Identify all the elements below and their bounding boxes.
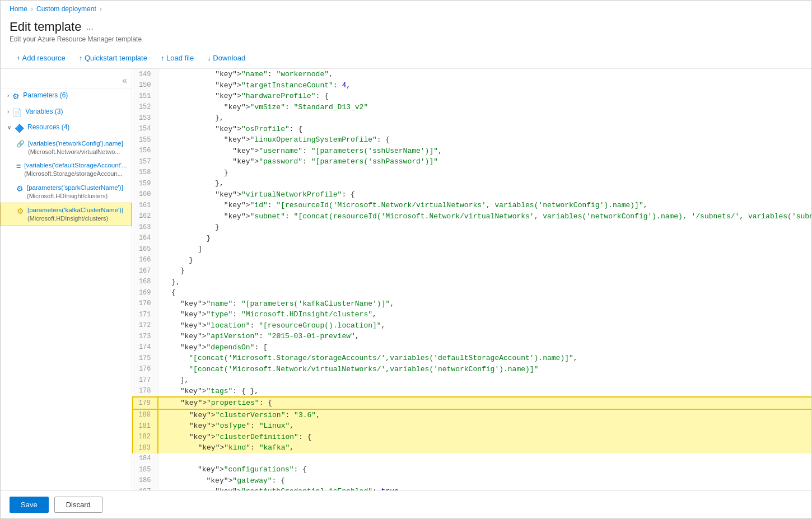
sidebar-item-resources[interactable]: ∨ 🔷 Resources (4) — [1, 120, 132, 137]
line-number: 149 — [133, 69, 158, 80]
line-number: 165 — [133, 244, 158, 255]
breadcrumb-sep2: › — [100, 5, 102, 13]
add-resource-button[interactable]: + Add resource — [10, 51, 72, 65]
res3-icon: ⚙ — [16, 184, 24, 195]
main-content: « › ⚙ Parameters (6) › 📄 Variables (3) ∨… — [1, 69, 811, 490]
table-row: 151 "key">"hardwareProfile": { — [133, 91, 811, 102]
table-row: 170 "key">"name": "[parameters('kafkaClu… — [133, 298, 811, 310]
download-button[interactable]: ↓ Download — [200, 51, 252, 65]
line-number: 169 — [133, 287, 158, 298]
sidebar-item-variables[interactable]: › 📄 Variables (3) — [1, 105, 132, 121]
line-number: 163 — [133, 222, 158, 233]
line-number: 151 — [133, 91, 158, 102]
discard-button[interactable]: Discard — [54, 497, 102, 513]
line-number: 172 — [133, 320, 158, 331]
line-number: 180 — [133, 409, 158, 421]
line-number: 156 — [133, 146, 158, 157]
line-content: "key">"tags": { }, — [158, 386, 811, 398]
line-content: "key">"password": "[parameters('sshPassw… — [158, 156, 811, 167]
res2-icon: = — [16, 161, 21, 172]
table-row: 172 "key">"location": "[resourceGroup().… — [133, 320, 811, 331]
sidebar-item-res4[interactable]: ⚙ [parameters('kafkaClusterName')] (Micr… — [1, 203, 132, 226]
line-number: 171 — [133, 309, 158, 320]
line-content: "key">"virtualNetworkProfile": { — [158, 189, 811, 200]
breadcrumb-custom-deployment[interactable]: Custom deployment — [36, 5, 96, 13]
line-content: "key">"osProfile": { — [158, 124, 811, 135]
line-content: "key">"location": "[resourceGroup().loca… — [158, 320, 811, 331]
variables-icon: 📄 — [12, 107, 22, 119]
table-row: 150 "key">"targetInstanceCount": 4, — [133, 80, 811, 91]
line-number: 178 — [133, 386, 158, 398]
line-content: "key">"name": "[parameters('kafkaCluster… — [158, 298, 811, 310]
sidebar: « › ⚙ Parameters (6) › 📄 Variables (3) ∨… — [1, 69, 132, 490]
expand-icon-variables: › — [7, 108, 9, 116]
quickstart-template-button[interactable]: ↑ Quickstart template — [72, 51, 154, 65]
line-number: 181 — [133, 420, 158, 432]
parameters-icon: ⚙ — [12, 91, 20, 102]
line-number: 155 — [133, 134, 158, 146]
collapse-button[interactable]: « — [1, 73, 132, 88]
line-content: "key">"type": "Microsoft.HDInsight/clust… — [158, 309, 811, 320]
table-row: 155 "key">"linuxOperatingSystemProfile":… — [133, 134, 811, 146]
table-row: 164 } — [133, 233, 811, 244]
line-number: 158 — [133, 167, 158, 179]
sidebar-item-parameters[interactable]: › ⚙ Parameters (6) — [1, 88, 132, 105]
table-row: 183 "key">"kind": "kafka", — [133, 442, 811, 453]
table-row: 179 "key">"properties": { — [133, 397, 811, 409]
sidebar-item-res3[interactable]: ⚙ [parameters('sparkClusterName')] (Micr… — [1, 181, 132, 203]
table-row: 171 "key">"type": "Microsoft.HDInsight/c… — [133, 309, 811, 320]
line-number: 176 — [133, 364, 158, 375]
breadcrumb: Home › Custom deployment › — [1, 1, 811, 17]
line-content: "key">"apiVersion": "2015-03-01-preview"… — [158, 331, 811, 342]
res4-label: [parameters('kafkaClusterName')] — [27, 205, 123, 214]
table-row: 177 ], — [133, 375, 811, 386]
table-row: 185 "key">"configurations": { — [133, 464, 811, 475]
table-row: 173 "key">"apiVersion": "2015-03-01-prev… — [133, 331, 811, 342]
table-row: 154 "key">"osProfile": { — [133, 124, 811, 135]
line-content: } — [158, 255, 811, 266]
line-number: 187 — [133, 486, 158, 490]
expand-icon-parameters: › — [7, 92, 9, 100]
line-content: "key">"properties": { — [158, 397, 811, 409]
title-menu-btn[interactable]: ... — [86, 22, 93, 32]
line-content: "key">"subnet": "[concat(resourceId('Mic… — [158, 211, 811, 222]
line-number: 153 — [133, 113, 158, 124]
expand-icon-resources: ∨ — [7, 124, 11, 132]
line-number: 175 — [133, 353, 158, 364]
code-container[interactable]: 149 "key">"name": "workernode",150 "key"… — [132, 69, 811, 490]
variables-label: Variables (3) — [25, 107, 63, 116]
line-number: 150 — [133, 80, 158, 91]
res1-label: [variables('networkConfig').name] — [28, 139, 123, 148]
res3-label: [parameters('sparkClusterName')] — [27, 183, 123, 192]
line-number: 174 — [133, 342, 158, 353]
line-number: 157 — [133, 156, 158, 167]
line-number: 185 — [133, 464, 158, 475]
save-button[interactable]: Save — [10, 497, 49, 513]
line-content: "key">"vmSize": "Standard_D13_v2" — [158, 102, 811, 113]
load-file-button[interactable]: ↑ Load file — [154, 51, 200, 65]
table-row: 161 "key">"id": "[resourceId('Microsoft.… — [133, 200, 811, 211]
table-row: 160 "key">"virtualNetworkProfile": { — [133, 189, 811, 200]
line-content: "key">"restAuthCredential.isEnabled": tr… — [158, 486, 811, 490]
table-row: 169 { — [133, 287, 811, 298]
line-content — [158, 453, 811, 465]
line-content: "key">"linuxOperatingSystemProfile": { — [158, 134, 811, 146]
toolbar: + Add resource ↑ Quickstart template ↑ L… — [1, 48, 811, 69]
breadcrumb-home[interactable]: Home — [10, 5, 27, 13]
table-row: 182 "key">"clusterDefinition": { — [133, 432, 811, 443]
line-number: 177 — [133, 375, 158, 386]
line-number: 167 — [133, 265, 158, 277]
line-content: "key">"gateway": { — [158, 475, 811, 487]
line-number: 159 — [133, 178, 158, 189]
table-row: 165 ] — [133, 244, 811, 255]
table-row: 162 "key">"subnet": "[concat(resourceId(… — [133, 211, 811, 222]
line-content: { — [158, 287, 811, 298]
table-row: 152 "key">"vmSize": "Standard_D13_v2" — [133, 102, 811, 113]
sidebar-item-res2[interactable]: = [variables('defaultStorageAccount'... … — [1, 158, 132, 180]
parameters-label: Parameters (6) — [23, 91, 68, 100]
line-number: 168 — [133, 277, 158, 288]
res2-sub: (Microsoft.Storage/storageAccoun... — [24, 170, 127, 178]
line-content: ] — [158, 244, 811, 255]
table-row: 166 } — [133, 255, 811, 266]
sidebar-item-res1[interactable]: 🔗 [variables('networkConfig').name] (Mic… — [1, 137, 132, 158]
